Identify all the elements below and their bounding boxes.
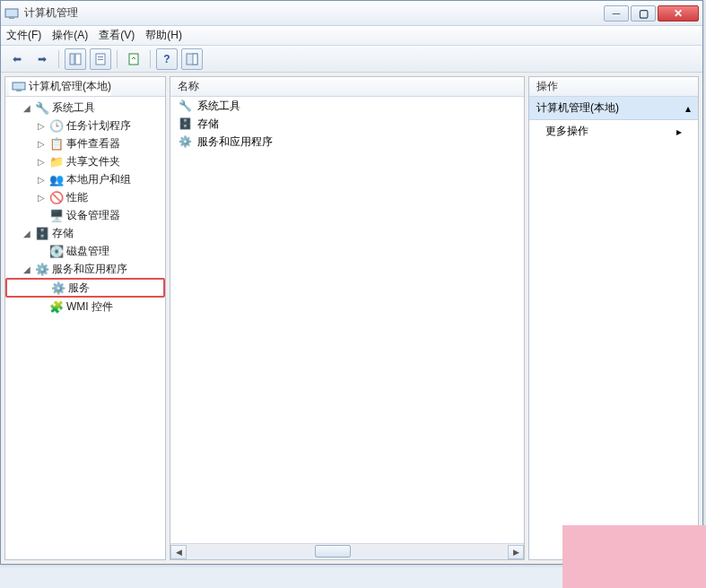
horizontal-scrollbar[interactable]: ◀ ▶ <box>170 543 524 559</box>
tree-panel: 计算机管理(本地) ◢ 🔧 系统工具 ▷ 🕒 任务计划程序 ▷ 📋 事件查看 <box>4 76 166 560</box>
tree-item-performance[interactable]: ▷ 🚫 性能 <box>5 188 165 206</box>
tree-item-storage[interactable]: ◢ 🗄️ 存储 <box>5 224 165 242</box>
list-item[interactable]: 🗄️ 存储 <box>170 115 524 133</box>
window-title: 计算机管理 <box>24 5 604 21</box>
svg-rect-1 <box>9 17 14 19</box>
list-item[interactable]: ⚙️ 服务和应用程序 <box>170 133 524 151</box>
tree-item-wmi[interactable]: 🧩 WMI 控件 <box>5 298 165 316</box>
expand-icon[interactable]: ▷ <box>36 193 47 203</box>
svg-rect-10 <box>13 82 25 90</box>
tree-item-services[interactable]: ⚙️ 服务 <box>5 278 165 298</box>
svg-rect-11 <box>16 90 22 91</box>
menu-help[interactable]: 帮助(H) <box>145 28 182 43</box>
show-action-pane-button[interactable] <box>181 48 203 70</box>
menu-file[interactable]: 文件(F) <box>6 28 41 43</box>
disk-icon: 💽 <box>49 244 64 258</box>
event-icon: 📋 <box>49 136 64 151</box>
show-hide-tree-button[interactable] <box>65 48 86 70</box>
services-apps-icon: ⚙️ <box>178 134 192 149</box>
window-controls: ─ ▢ ✕ <box>604 5 699 22</box>
svg-rect-0 <box>5 9 18 17</box>
svg-rect-7 <box>129 54 138 65</box>
chevron-right-icon: ▸ <box>676 125 682 138</box>
tree-item-task-scheduler[interactable]: ▷ 🕒 任务计划程序 <box>5 117 165 134</box>
forward-button[interactable]: ➡ <box>31 48 53 70</box>
separator <box>117 50 118 68</box>
wmi-icon: 🧩 <box>49 299 64 314</box>
menu-action[interactable]: 操作(A) <box>52 28 88 43</box>
tree-item-system-tools[interactable]: ◢ 🔧 系统工具 <box>5 99 165 117</box>
services-apps-icon: ⚙️ <box>35 262 49 276</box>
separator <box>58 50 59 68</box>
svg-rect-9 <box>193 54 197 65</box>
actions-body: 计算机管理(本地) ▴ 更多操作 ▸ <box>529 97 698 559</box>
scroll-left-button[interactable]: ◀ <box>170 545 187 559</box>
svg-rect-5 <box>98 56 103 57</box>
separator <box>150 50 151 68</box>
actions-panel: 操作 计算机管理(本地) ▴ 更多操作 ▸ <box>528 76 699 560</box>
computer-icon <box>12 80 26 94</box>
device-icon: 🖥️ <box>49 208 64 222</box>
scroll-thumb[interactable] <box>315 545 351 558</box>
list-item[interactable]: 🔧 系统工具 <box>170 97 524 115</box>
gear-icon: ⚙️ <box>51 281 65 295</box>
actions-header: 操作 <box>529 77 698 97</box>
tree-item-services-apps[interactable]: ◢ ⚙️ 服务和应用程序 <box>5 260 165 278</box>
app-window: 计算机管理 ─ ▢ ✕ 文件(F) 操作(A) 查看(V) 帮助(H) ⬅ ➡ … <box>0 0 703 565</box>
collapse-icon[interactable]: ◢ <box>22 103 32 113</box>
tree-item-disk-management[interactable]: 💽 磁盘管理 <box>5 242 165 260</box>
menubar: 文件(F) 操作(A) 查看(V) 帮助(H) <box>1 26 702 46</box>
scroll-right-button[interactable]: ▶ <box>508 545 524 559</box>
tree-item-shared-folders[interactable]: ▷ 📁 共享文件夹 <box>5 152 165 170</box>
minimize-button[interactable]: ─ <box>604 5 629 22</box>
tree-item-local-users[interactable]: ▷ 👥 本地用户和组 <box>5 170 165 188</box>
maximize-button[interactable]: ▢ <box>631 5 656 22</box>
app-icon <box>4 6 19 21</box>
clock-icon: 🕒 <box>49 118 64 133</box>
collapse-icon[interactable]: ◢ <box>22 264 32 274</box>
properties-button[interactable] <box>90 48 111 70</box>
collapse-icon[interactable]: ◢ <box>22 229 32 238</box>
folder-share-icon: 📁 <box>49 154 64 169</box>
storage-icon: 🗄️ <box>35 226 49 240</box>
svg-rect-2 <box>70 54 74 65</box>
list-panel: 名称 🔧 系统工具 🗄️ 存储 ⚙️ 服务和应用程序 ◀ <box>170 76 525 560</box>
list-column-header[interactable]: 名称 <box>170 77 524 97</box>
svg-rect-3 <box>75 54 81 65</box>
titlebar[interactable]: 计算机管理 ─ ▢ ✕ <box>1 1 702 26</box>
scroll-track[interactable] <box>187 545 508 559</box>
tree-item-event-viewer[interactable]: ▷ 📋 事件查看器 <box>5 134 165 152</box>
storage-icon: 🗄️ <box>178 117 192 131</box>
tree-header: 计算机管理(本地) <box>5 77 165 97</box>
tree-item-device-manager[interactable]: 🖥️ 设备管理器 <box>5 206 165 224</box>
list-body: 🔧 系统工具 🗄️ 存储 ⚙️ 服务和应用程序 <box>170 97 524 543</box>
content-area: 计算机管理(本地) ◢ 🔧 系统工具 ▷ 🕒 任务计划程序 ▷ 📋 事件查看 <box>1 73 702 564</box>
refresh-button[interactable] <box>123 48 144 70</box>
svg-rect-6 <box>98 59 103 60</box>
toolbar: ⬅ ➡ ? <box>1 46 702 73</box>
close-button[interactable]: ✕ <box>658 5 699 22</box>
actions-subject[interactable]: 计算机管理(本地) ▴ <box>529 97 698 120</box>
tools-icon: 🔧 <box>178 99 192 113</box>
expand-icon[interactable]: ▷ <box>36 139 47 149</box>
users-icon: 👥 <box>49 172 64 186</box>
menu-view[interactable]: 查看(V) <box>99 28 135 43</box>
expand-icon[interactable]: ▷ <box>36 121 47 131</box>
tools-icon: 🔧 <box>35 100 49 115</box>
tree-root-label[interactable]: 计算机管理(本地) <box>29 79 111 94</box>
expand-icon[interactable]: ▷ <box>36 175 47 185</box>
perf-icon: 🚫 <box>49 190 64 204</box>
help-button[interactable]: ? <box>156 48 178 70</box>
expand-icon[interactable]: ▷ <box>36 157 47 167</box>
tree: ◢ 🔧 系统工具 ▷ 🕒 任务计划程序 ▷ 📋 事件查看器 ▷ 📁 <box>5 97 165 317</box>
action-more[interactable]: 更多操作 ▸ <box>529 120 698 143</box>
collapse-icon[interactable]: ▴ <box>685 102 691 115</box>
watermark-block <box>562 525 706 588</box>
back-button[interactable]: ⬅ <box>6 48 28 70</box>
